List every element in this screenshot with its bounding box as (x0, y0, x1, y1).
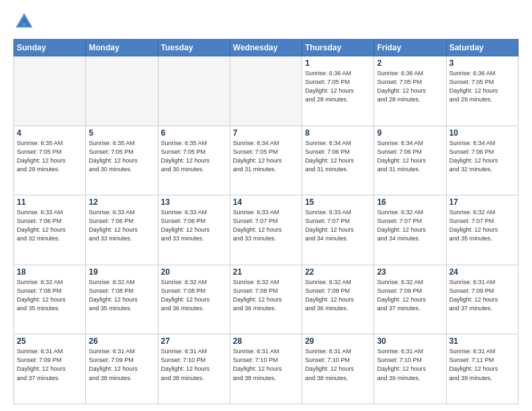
col-header-friday: Friday (374, 40, 446, 56)
day-cell-26: 26Sunrise: 6:31 AM Sunset: 7:09 PM Dayli… (86, 334, 158, 404)
day-number: 21 (233, 267, 299, 277)
day-number: 10 (449, 128, 515, 138)
col-header-sunday: Sunday (14, 40, 86, 56)
day-info: Sunrise: 6:31 AM Sunset: 7:10 PM Dayligh… (377, 347, 443, 382)
day-info: Sunrise: 6:31 AM Sunset: 7:11 PM Dayligh… (449, 347, 515, 382)
day-number: 12 (89, 197, 154, 207)
day-number: 25 (17, 336, 83, 346)
day-cell-17: 17Sunrise: 6:32 AM Sunset: 7:07 PM Dayli… (446, 195, 518, 265)
logo-icon (13, 11, 35, 32)
day-number: 28 (233, 336, 299, 346)
day-cell-9: 9Sunrise: 6:34 AM Sunset: 7:06 PM Daylig… (374, 126, 446, 195)
day-info: Sunrise: 6:31 AM Sunset: 7:10 PM Dayligh… (161, 347, 227, 382)
day-number: 17 (449, 197, 515, 207)
empty-cell (86, 56, 158, 126)
day-number: 14 (233, 197, 299, 207)
day-number: 4 (17, 128, 83, 138)
header-row: SundayMondayTuesdayWednesdayThursdayFrid… (14, 40, 519, 56)
day-number: 9 (377, 128, 443, 138)
day-cell-10: 10Sunrise: 6:34 AM Sunset: 7:06 PM Dayli… (446, 126, 518, 195)
header (13, 11, 519, 32)
day-info: Sunrise: 6:32 AM Sunset: 7:08 PM Dayligh… (161, 278, 227, 313)
day-number: 6 (161, 128, 227, 138)
col-header-monday: Monday (86, 40, 158, 56)
day-cell-16: 16Sunrise: 6:32 AM Sunset: 7:07 PM Dayli… (374, 195, 446, 265)
day-cell-7: 7Sunrise: 6:34 AM Sunset: 7:05 PM Daylig… (230, 126, 302, 195)
day-info: Sunrise: 6:36 AM Sunset: 7:05 PM Dayligh… (377, 69, 443, 104)
page: SundayMondayTuesdayWednesdayThursdayFrid… (0, 0, 532, 411)
day-cell-27: 27Sunrise: 6:31 AM Sunset: 7:10 PM Dayli… (158, 334, 230, 404)
empty-cell (158, 56, 230, 126)
day-info: Sunrise: 6:32 AM Sunset: 7:09 PM Dayligh… (377, 278, 443, 313)
day-info: Sunrise: 6:31 AM Sunset: 7:09 PM Dayligh… (449, 278, 515, 313)
col-header-wednesday: Wednesday (230, 40, 302, 56)
day-cell-30: 30Sunrise: 6:31 AM Sunset: 7:10 PM Dayli… (374, 334, 446, 404)
day-cell-5: 5Sunrise: 6:35 AM Sunset: 7:05 PM Daylig… (86, 126, 158, 195)
day-info: Sunrise: 6:32 AM Sunset: 7:08 PM Dayligh… (89, 278, 154, 313)
svg-rect-2 (21, 23, 26, 28)
day-info: Sunrise: 6:32 AM Sunset: 7:07 PM Dayligh… (449, 208, 515, 243)
day-cell-22: 22Sunrise: 6:32 AM Sunset: 7:08 PM Dayli… (302, 265, 374, 334)
day-number: 23 (377, 267, 443, 277)
day-cell-25: 25Sunrise: 6:31 AM Sunset: 7:09 PM Dayli… (14, 334, 86, 404)
day-cell-20: 20Sunrise: 6:32 AM Sunset: 7:08 PM Dayli… (158, 265, 230, 334)
col-header-thursday: Thursday (302, 40, 374, 56)
day-number: 26 (89, 336, 154, 346)
day-number: 22 (305, 267, 371, 277)
day-info: Sunrise: 6:33 AM Sunset: 7:06 PM Dayligh… (17, 208, 83, 243)
day-cell-12: 12Sunrise: 6:33 AM Sunset: 7:06 PM Dayli… (86, 195, 158, 265)
logo (13, 11, 39, 32)
day-info: Sunrise: 6:31 AM Sunset: 7:10 PM Dayligh… (305, 347, 371, 382)
empty-cell (230, 56, 302, 126)
day-info: Sunrise: 6:31 AM Sunset: 7:09 PM Dayligh… (17, 347, 83, 382)
day-number: 13 (161, 197, 227, 207)
empty-cell (14, 56, 86, 126)
day-number: 19 (89, 267, 154, 277)
col-header-saturday: Saturday (446, 40, 518, 56)
day-info: Sunrise: 6:33 AM Sunset: 7:06 PM Dayligh… (161, 208, 227, 243)
day-number: 5 (89, 128, 154, 138)
day-cell-23: 23Sunrise: 6:32 AM Sunset: 7:09 PM Dayli… (374, 265, 446, 334)
day-cell-1: 1Sunrise: 6:36 AM Sunset: 7:05 PM Daylig… (302, 56, 374, 126)
day-number: 11 (17, 197, 83, 207)
day-info: Sunrise: 6:33 AM Sunset: 7:07 PM Dayligh… (305, 208, 371, 243)
day-cell-21: 21Sunrise: 6:32 AM Sunset: 7:08 PM Dayli… (230, 265, 302, 334)
day-cell-14: 14Sunrise: 6:33 AM Sunset: 7:07 PM Dayli… (230, 195, 302, 265)
day-info: Sunrise: 6:33 AM Sunset: 7:07 PM Dayligh… (233, 208, 299, 243)
day-info: Sunrise: 6:32 AM Sunset: 7:08 PM Dayligh… (305, 278, 371, 313)
day-cell-4: 4Sunrise: 6:35 AM Sunset: 7:05 PM Daylig… (14, 126, 86, 195)
day-info: Sunrise: 6:34 AM Sunset: 7:06 PM Dayligh… (305, 139, 371, 174)
day-cell-18: 18Sunrise: 6:32 AM Sunset: 7:08 PM Dayli… (14, 265, 86, 334)
day-number: 27 (161, 336, 227, 346)
day-info: Sunrise: 6:33 AM Sunset: 7:06 PM Dayligh… (89, 208, 154, 243)
day-info: Sunrise: 6:31 AM Sunset: 7:10 PM Dayligh… (233, 347, 299, 382)
day-number: 2 (377, 58, 443, 68)
day-number: 16 (377, 197, 443, 207)
day-cell-15: 15Sunrise: 6:33 AM Sunset: 7:07 PM Dayli… (302, 195, 374, 265)
calendar-table: SundayMondayTuesdayWednesdayThursdayFrid… (13, 39, 519, 404)
day-cell-19: 19Sunrise: 6:32 AM Sunset: 7:08 PM Dayli… (86, 265, 158, 334)
day-info: Sunrise: 6:34 AM Sunset: 7:06 PM Dayligh… (449, 139, 515, 174)
day-cell-29: 29Sunrise: 6:31 AM Sunset: 7:10 PM Dayli… (302, 334, 374, 404)
day-number: 1 (305, 58, 371, 68)
day-cell-11: 11Sunrise: 6:33 AM Sunset: 7:06 PM Dayli… (14, 195, 86, 265)
day-info: Sunrise: 6:31 AM Sunset: 7:09 PM Dayligh… (89, 347, 154, 382)
day-info: Sunrise: 6:34 AM Sunset: 7:06 PM Dayligh… (377, 139, 443, 174)
week-row-4: 18Sunrise: 6:32 AM Sunset: 7:08 PM Dayli… (14, 265, 519, 334)
day-cell-2: 2Sunrise: 6:36 AM Sunset: 7:05 PM Daylig… (374, 56, 446, 126)
day-info: Sunrise: 6:35 AM Sunset: 7:05 PM Dayligh… (17, 139, 83, 174)
col-header-tuesday: Tuesday (158, 40, 230, 56)
day-number: 8 (305, 128, 371, 138)
day-cell-31: 31Sunrise: 6:31 AM Sunset: 7:11 PM Dayli… (446, 334, 518, 404)
day-number: 7 (233, 128, 299, 138)
day-info: Sunrise: 6:35 AM Sunset: 7:05 PM Dayligh… (161, 139, 227, 174)
day-number: 15 (305, 197, 371, 207)
week-row-5: 25Sunrise: 6:31 AM Sunset: 7:09 PM Dayli… (14, 334, 519, 404)
day-info: Sunrise: 6:32 AM Sunset: 7:07 PM Dayligh… (377, 208, 443, 243)
day-cell-3: 3Sunrise: 6:36 AM Sunset: 7:05 PM Daylig… (446, 56, 518, 126)
day-number: 3 (449, 58, 515, 68)
week-row-2: 4Sunrise: 6:35 AM Sunset: 7:05 PM Daylig… (14, 126, 519, 195)
day-number: 31 (449, 336, 515, 346)
day-number: 24 (449, 267, 515, 277)
day-info: Sunrise: 6:36 AM Sunset: 7:05 PM Dayligh… (449, 69, 515, 104)
